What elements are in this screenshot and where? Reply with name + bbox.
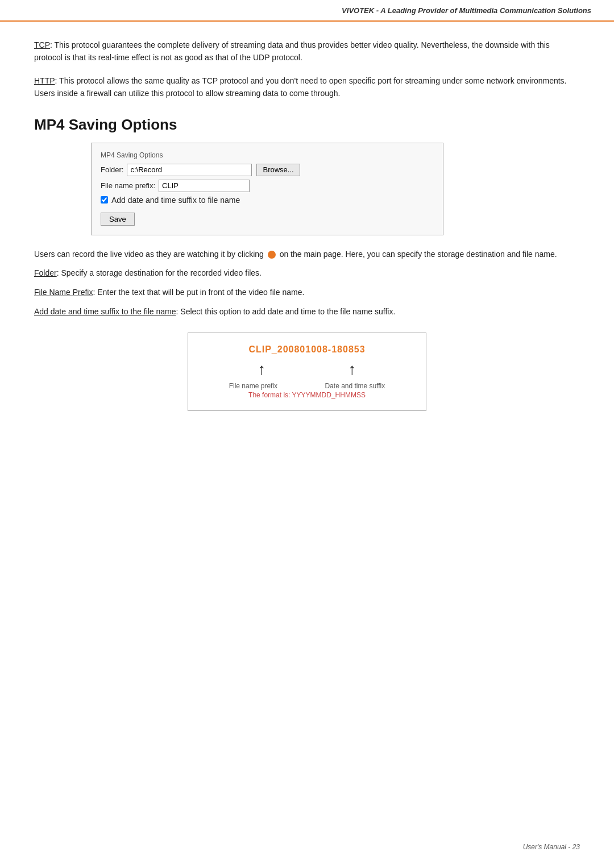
suffix-desc-label: Add date and time suffix to the file nam…: [34, 307, 176, 316]
tcp-text: : This protocol guarantees the complete …: [34, 40, 550, 62]
diagram-filename: CLIP_200801008-180853: [205, 344, 409, 355]
folder-label: Folder:: [101, 165, 123, 174]
tcp-paragraph: TCP: This protocol guarantees the comple…: [34, 39, 580, 64]
diagram-label-2: Date and time suffix: [325, 382, 385, 390]
diagram-arrows: ↑ ↑: [205, 362, 409, 377]
description-block: Users can record the live video as they …: [34, 248, 580, 319]
desc1-text: Users can record the live video as they …: [34, 250, 264, 259]
header-bar: VIVOTEK - A Leading Provider of Multimed…: [0, 0, 614, 22]
diagram-label-1: File name prefix: [229, 382, 277, 390]
folder-input[interactable]: [127, 164, 252, 176]
desc-suffix: Add date and time suffix to the file nam…: [34, 305, 580, 319]
desc-recording: Users can record the live video as they …: [34, 248, 580, 261]
diagram-labels: File name prefix Date and time suffix: [205, 382, 409, 390]
checkbox-label: Add date and time suffix to file name: [111, 196, 240, 205]
prefix-input[interactable]: [159, 180, 250, 192]
prefix-desc-label: File Name Prefix: [34, 288, 93, 297]
footer-page-label: User's Manual - 23: [523, 843, 580, 851]
add-suffix-checkbox[interactable]: [101, 196, 108, 203]
filename-diagram: CLIP_200801008-180853 ↑ ↑ File name pref…: [188, 333, 426, 411]
folder-desc-text: : Specify a storage destination for the …: [57, 268, 262, 277]
http-paragraph: HTTP: This protocol allows the same qual…: [34, 74, 580, 100]
diagram-sublabel: The format is: YYYYMMDD_HHMMSS: [205, 391, 409, 399]
suffix-desc-text: : Select this option to add date and tim…: [176, 307, 396, 316]
header-tagline: VIVOTEK - A Leading Provider of Multimed…: [342, 6, 591, 15]
section-heading: MP4 Saving Options: [34, 116, 580, 134]
folder-row: Folder: Browse...: [101, 164, 434, 176]
arrow-col-1: ↑: [258, 362, 266, 377]
prefix-label: File name prefix:: [101, 181, 155, 190]
folder-desc-label: Folder: [34, 268, 57, 277]
arrow-2: ↑: [349, 362, 356, 377]
http-label: HTTP: [34, 76, 55, 85]
save-button[interactable]: Save: [101, 213, 135, 226]
browse-button[interactable]: Browse...: [256, 164, 300, 176]
checkbox-row: Add date and time suffix to file name: [101, 196, 434, 205]
arrow-col-2: ↑: [349, 362, 356, 377]
http-text: : This protocol allows the same quality …: [34, 76, 567, 98]
prefix-desc-text: : Enter the text that will be put in fro…: [93, 288, 304, 297]
desc-folder: Folder: Specify a storage destination fo…: [34, 267, 580, 280]
arrow-1: ↑: [258, 362, 266, 377]
desc-prefix: File Name Prefix: Enter the text that wi…: [34, 286, 580, 300]
prefix-row: File name prefix:: [101, 180, 434, 192]
options-box-title: MP4 Saving Options: [101, 150, 434, 164]
mp4-options-box: MP4 Saving Options Folder: Browse... Fil…: [91, 143, 443, 235]
main-content: TCP: This protocol guarantees the comple…: [0, 22, 614, 459]
desc1-end: on the main page. Here, you can specify …: [280, 250, 557, 259]
recording-icon: [268, 251, 276, 259]
tcp-label: TCP: [34, 40, 50, 49]
